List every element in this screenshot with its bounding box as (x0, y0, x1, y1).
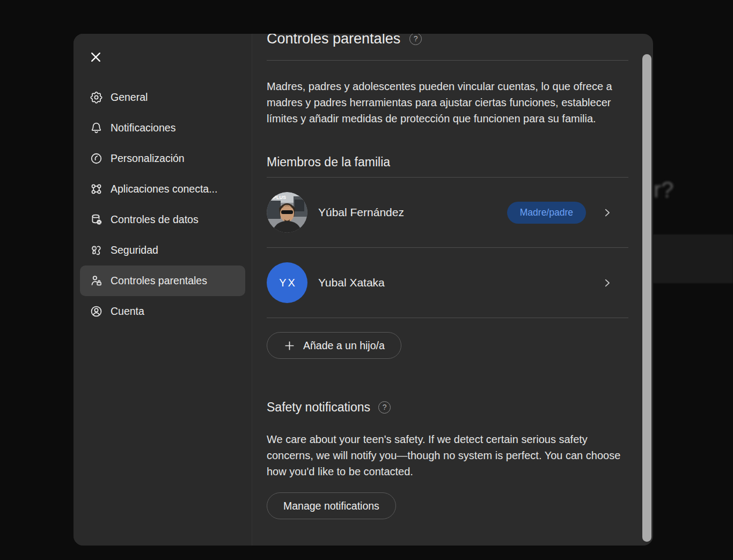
sidebar-item-account[interactable]: Cuenta (80, 296, 245, 327)
sidebar-item-label: Controles de datos (111, 213, 199, 226)
sidebar-item-notifications[interactable]: Notificaciones (80, 113, 245, 143)
divider (267, 60, 628, 61)
sidebar-item-label: Controles parentales (111, 275, 207, 287)
add-child-label: Añade a un hijo/a (303, 340, 385, 352)
personalization-icon (90, 152, 103, 165)
sidebar-item-connected-apps[interactable]: Aplicaciones conecta... (80, 174, 245, 204)
role-badge: Madre/padre (507, 202, 586, 224)
intro-text: Madres, padres y adolescentes pueden vin… (267, 78, 628, 127)
chevron-right-icon (602, 208, 612, 218)
member-name: Yubal Xataka (318, 276, 385, 289)
help-icon[interactable] (378, 401, 391, 414)
settings-sidebar: General Notificaciones (74, 34, 252, 546)
security-icon (90, 244, 103, 257)
safety-notifications-heading: Safety notifications (267, 399, 628, 415)
parental-controls-panel: Controles parentales Madres, padres y ad… (252, 34, 653, 546)
background-partial-text: r? (654, 177, 673, 203)
settings-nav: General Notificaciones (74, 82, 252, 327)
parental-controls-icon (90, 274, 103, 288)
sidebar-item-label: Notificaciones (111, 122, 175, 134)
sidebar-item-parental-controls[interactable]: Controles parentales (80, 266, 245, 296)
page-title-text: Controles parentales (267, 34, 400, 48)
safety-heading-text: Safety notifications (267, 399, 370, 415)
page-title: Controles parentales (267, 34, 628, 48)
bell-icon (90, 121, 103, 135)
manage-notifications-button[interactable]: Manage notifications (267, 492, 396, 519)
safety-description: We care about your teen's safety. If we … (267, 431, 628, 480)
help-icon[interactable] (409, 34, 422, 45)
sidebar-item-label: General (111, 91, 148, 104)
sidebar-item-data-controls[interactable]: Controles de datos (80, 204, 245, 235)
close-button[interactable] (89, 50, 103, 64)
sidebar-item-label: Cuenta (111, 305, 144, 318)
avatar-initials: YX (267, 262, 307, 303)
close-icon (89, 50, 103, 64)
family-members-heading: Miembros de la familia (267, 154, 628, 170)
connected-apps-icon (90, 182, 103, 196)
data-controls-icon (90, 213, 103, 226)
avatar: ePLUS (267, 192, 307, 233)
sidebar-item-label: Personalización (111, 152, 185, 165)
sidebar-item-label: Seguridad (111, 244, 158, 256)
background-blurred-input (653, 234, 733, 283)
scrollbar-thumb[interactable] (642, 54, 651, 542)
sidebar-item-label: Aplicaciones conecta... (111, 183, 217, 195)
sidebar-item-security[interactable]: Seguridad (80, 235, 245, 266)
member-name: Yúbal Fernández (318, 206, 404, 219)
gear-icon (90, 91, 103, 104)
manage-notifications-label: Manage notifications (283, 500, 379, 512)
family-member-row[interactable]: ePLUS Yúbal Fernández Madre/padre (267, 178, 628, 247)
family-member-row[interactable]: YX Yubal Xataka (267, 248, 628, 318)
account-icon (90, 305, 103, 318)
settings-dialog: General Notificaciones (74, 34, 653, 546)
chevron-right-icon (602, 278, 612, 288)
svg-text:ePLUS: ePLUS (270, 195, 286, 200)
add-child-button[interactable]: Añade a un hijo/a (267, 332, 401, 359)
sidebar-item-general[interactable]: General (80, 82, 245, 113)
plus-icon (283, 340, 296, 352)
divider (267, 318, 628, 318)
sidebar-item-personalization[interactable]: Personalización (80, 143, 245, 174)
